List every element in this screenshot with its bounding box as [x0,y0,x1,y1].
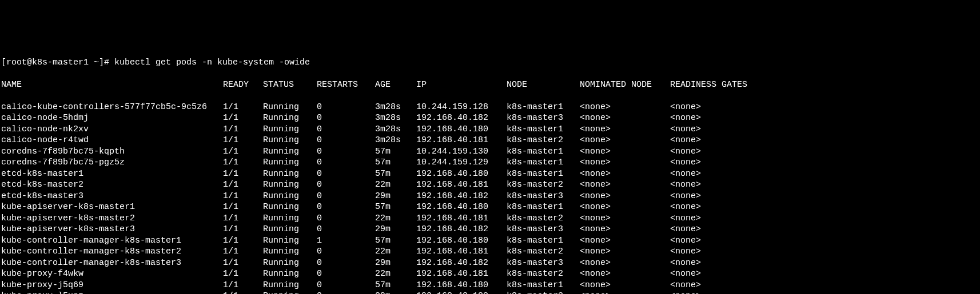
cell-status: Running [263,146,317,158]
cell-ip: 192.168.40.180 [416,202,507,213]
cell-restarts: 0 [317,202,375,213]
cell-name: kube-controller-manager-k8s-master1 [1,235,223,247]
table-header-row: NAMEREADYSTATUSRESTARTSAGEIPNODENOMINATE… [1,79,979,91]
table-row: kube-apiserver-k8s-master21/1Running022m… [1,213,979,224]
cell-readiness: <none> [670,202,701,213]
cell-readiness: <none> [670,224,701,235]
cell-node: k8s-master3 [507,224,580,235]
terminal-output: [root@k8s-master1 ~]# kubectl get pods -… [1,46,979,294]
cell-readiness: <none> [670,257,701,269]
cell-readiness: <none> [670,191,701,202]
table-row: etcd-k8s-master11/1Running057m192.168.40… [1,168,979,180]
cell-nominated: <none> [580,179,670,191]
cell-restarts: 0 [317,179,375,191]
table-row: calico-node-5hdmj1/1Running03m28s192.168… [1,112,979,124]
cell-node: k8s-master1 [507,102,580,113]
cell-restarts: 0 [317,280,375,291]
cell-name: etcd-k8s-master3 [1,191,223,202]
cell-age: 22m [375,268,416,280]
cell-restarts: 0 [317,135,375,146]
cell-readiness: <none> [670,213,701,224]
cell-name: coredns-7f89b7bc75-kqpth [1,146,223,158]
cell-name: kube-proxy-f4wkw [1,268,223,280]
cell-readiness: <none> [670,280,701,291]
cell-restarts: 0 [317,257,375,269]
cell-status: Running [263,179,317,191]
cell-ready: 1/1 [223,235,263,247]
cell-name: calico-node-r4twd [1,135,223,146]
cell-name: kube-apiserver-k8s-master2 [1,213,223,224]
cell-status: Running [263,257,317,269]
cell-ready: 1/1 [223,246,263,257]
table-row: kube-controller-manager-k8s-master21/1Ru… [1,246,979,257]
cell-name: coredns-7f89b7bc75-pgz5z [1,157,223,168]
cell-node: k8s-master2 [507,246,580,257]
cell-ready: 1/1 [223,268,263,280]
cell-age: 22m [375,179,416,191]
cell-nominated: <none> [580,124,670,135]
table-body: calico-kube-controllers-577f77cb5c-9c5z6… [1,102,979,295]
cell-ip: 192.168.40.181 [416,246,507,257]
cell-status: Running [263,124,317,135]
cell-nominated: <none> [580,291,670,294]
cell-node: k8s-master3 [507,257,580,269]
cell-status: Running [263,168,317,180]
cell-status: Running [263,224,317,235]
cell-ip: 192.168.40.182 [416,257,507,269]
cell-node: k8s-master1 [507,168,580,180]
cell-age: 29m [375,257,416,269]
table-row: kube-proxy-f4wkw1/1Running022m192.168.40… [1,268,979,280]
table-row: kube-proxy-j5q691/1Running057m192.168.40… [1,280,979,291]
cell-node: k8s-master1 [507,235,580,247]
cell-restarts: 0 [317,191,375,202]
cell-readiness: <none> [670,112,701,124]
cell-node: k8s-master3 [507,191,580,202]
cell-age: 57m [375,202,416,213]
cell-ready: 1/1 [223,168,263,180]
cell-readiness: <none> [670,246,701,257]
cell-age: 3m28s [375,112,416,124]
header-name: NAME [1,79,223,91]
cell-restarts: 0 [317,112,375,124]
cell-ready: 1/1 [223,291,263,294]
table-row: etcd-k8s-master31/1Running029m192.168.40… [1,191,979,202]
cell-node: k8s-master3 [507,291,580,294]
cell-readiness: <none> [670,291,701,294]
cell-age: 22m [375,246,416,257]
cell-name: kube-controller-manager-k8s-master2 [1,246,223,257]
cell-node: k8s-master2 [507,179,580,191]
cell-readiness: <none> [670,235,701,247]
cell-status: Running [263,102,317,113]
cell-ready: 1/1 [223,191,263,202]
cell-ready: 1/1 [223,179,263,191]
cell-ip: 192.168.40.180 [416,124,507,135]
cell-node: k8s-master2 [507,213,580,224]
cell-nominated: <none> [580,224,670,235]
cell-ip: 192.168.40.180 [416,168,507,180]
table-row: kube-controller-manager-k8s-master11/1Ru… [1,235,979,247]
cell-name: kube-apiserver-k8s-master1 [1,202,223,213]
cell-restarts: 0 [317,213,375,224]
cell-readiness: <none> [670,268,701,280]
cell-nominated: <none> [580,168,670,180]
cell-ip: 192.168.40.182 [416,291,507,294]
header-node: NODE [507,79,580,91]
cell-node: k8s-master1 [507,280,580,291]
cell-nominated: <none> [580,135,670,146]
cell-ip: 192.168.40.182 [416,191,507,202]
cell-status: Running [263,280,317,291]
cell-age: 57m [375,280,416,291]
cell-node: k8s-master1 [507,124,580,135]
cell-nominated: <none> [580,257,670,269]
cell-readiness: <none> [670,179,701,191]
table-row: calico-node-r4twd1/1Running03m28s192.168… [1,135,979,146]
cell-nominated: <none> [580,157,670,168]
header-ready: READY [223,79,263,91]
cell-node: k8s-master1 [507,157,580,168]
cell-age: 3m28s [375,102,416,113]
cell-ready: 1/1 [223,202,263,213]
cell-ready: 1/1 [223,257,263,269]
cell-restarts: 0 [317,124,375,135]
cell-readiness: <none> [670,146,701,158]
cell-ready: 1/1 [223,112,263,124]
